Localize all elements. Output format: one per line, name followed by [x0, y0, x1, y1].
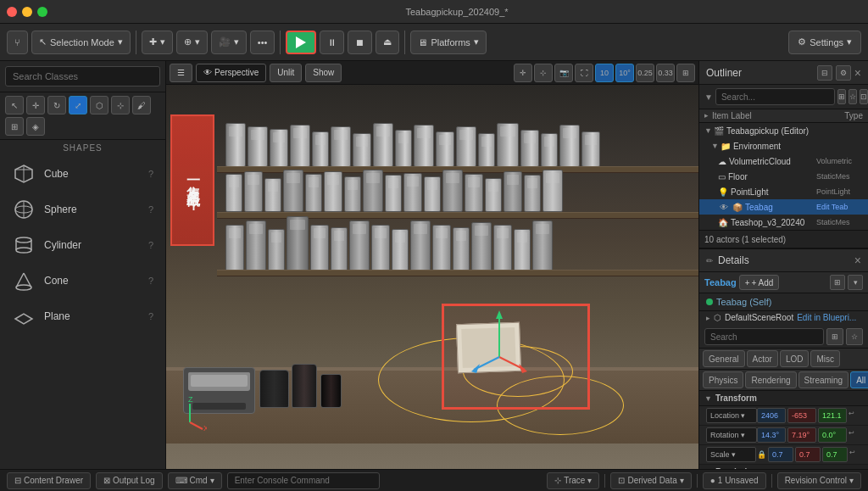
- tool-extra-btn[interactable]: ⊞: [5, 117, 24, 136]
- viewport-move-icon[interactable]: ✛: [514, 64, 532, 82]
- source-control-btn[interactable]: ⑂: [7, 31, 28, 54]
- viewport[interactable]: ☰ 👁 Perspective Unlit Show ✛ ⊹ 📷 ⛶ 10 10…: [166, 61, 698, 469]
- plane-info-icon[interactable]: ?: [148, 311, 153, 321]
- cube-info-icon[interactable]: ?: [148, 169, 153, 179]
- viewport-show-btn[interactable]: Show: [305, 64, 342, 82]
- tab-actor[interactable]: Actor: [747, 350, 778, 367]
- scale-dropdown[interactable]: Scale ▾: [706, 447, 756, 462]
- cinematics-btn[interactable]: 🎥 ▾: [211, 31, 247, 54]
- viewport-camera-icon[interactable]: 📷: [554, 64, 573, 82]
- tool-geo-btn[interactable]: ◈: [26, 117, 45, 136]
- cat-tab-all[interactable]: All: [850, 371, 868, 388]
- details-pin-btn[interactable]: ▾: [848, 275, 863, 290]
- tool-scale-btn[interactable]: ⤢: [69, 96, 87, 114]
- viewport-snap-icon[interactable]: ⊹: [534, 64, 553, 82]
- outliner-search-input[interactable]: [715, 88, 835, 105]
- close-window-btn[interactable]: [7, 7, 17, 17]
- output-log-btn[interactable]: ⊠ Output Log: [96, 472, 162, 489]
- tool-snap-btn[interactable]: ⊹: [111, 96, 130, 114]
- tab-lod[interactable]: LOD: [780, 350, 810, 367]
- outliner-item-teashop[interactable]: 🏠 Teashop_v3_20240 StaticMes: [699, 215, 868, 230]
- shape-item-cube[interactable]: Cube ?: [3, 157, 162, 191]
- trace-btn[interactable]: ⊹ Trace ▾: [547, 472, 599, 489]
- location-reset-icon[interactable]: ↩: [849, 410, 860, 421]
- viewport-more-btn[interactable]: ⊞: [676, 64, 695, 82]
- viewport-opacity-val[interactable]: 0.33: [656, 64, 675, 82]
- tool-select-btn[interactable]: ↖: [5, 96, 24, 114]
- minimize-window-btn[interactable]: [22, 7, 32, 17]
- add-actor-btn[interactable]: ✚ ▾: [142, 31, 173, 54]
- cone-info-icon[interactable]: ?: [148, 276, 153, 286]
- outliner-collapse-btn[interactable]: ⊡: [860, 89, 868, 104]
- tab-general[interactable]: General: [703, 350, 745, 367]
- location-dropdown[interactable]: Location ▾: [706, 408, 757, 423]
- unsaved-btn[interactable]: ● 1 Unsaved: [703, 472, 766, 489]
- location-x-input[interactable]: 2406: [757, 408, 786, 423]
- location-z-input[interactable]: 121.1: [818, 408, 847, 423]
- scale-reset-icon[interactable]: ↩: [849, 449, 861, 460]
- shape-item-cone[interactable]: Cone ?: [3, 264, 162, 298]
- cat-tab-streaming[interactable]: Streaming: [798, 371, 849, 388]
- console-input[interactable]: [227, 472, 380, 489]
- selection-mode-btn[interactable]: ↖ Selection Mode ▾: [31, 31, 131, 54]
- viewport-perspective-btn[interactable]: 👁 Perspective: [196, 64, 266, 82]
- viewport-rotate-snap-val[interactable]: 10°: [615, 64, 634, 82]
- scale-lock-icon[interactable]: 🔒: [756, 447, 766, 462]
- details-close-btn[interactable]: ×: [854, 254, 861, 267]
- play-button[interactable]: [286, 31, 316, 54]
- more-options-btn[interactable]: •••: [250, 31, 275, 54]
- rotation-x-input[interactable]: 14.3°: [757, 427, 786, 443]
- rotation-reset-icon[interactable]: ↩: [849, 429, 860, 441]
- settings-btn[interactable]: ⚙ Settings ▾: [788, 31, 861, 54]
- outliner-item-pointlight[interactable]: 💡 PointLight PointLight: [699, 184, 868, 199]
- platforms-btn[interactable]: 🖥 Platforms ▾: [410, 31, 486, 54]
- tab-misc[interactable]: Misc: [810, 350, 840, 367]
- sphere-info-icon[interactable]: ?: [148, 204, 153, 215]
- outliner-settings-btn[interactable]: ⚙: [836, 65, 851, 81]
- rotation-z-input[interactable]: 0.0°: [818, 427, 847, 443]
- viewport-hamburger-btn[interactable]: ☰: [170, 64, 192, 82]
- outliner-item-teabag[interactable]: 👁 📦 Teabag Edit Teab: [699, 199, 868, 215]
- viewport-scale-snap-val[interactable]: 0.25: [636, 64, 654, 82]
- scale-z-input[interactable]: 0.7: [822, 447, 848, 462]
- derived-data-btn[interactable]: ⊡ Derived Data ▾: [610, 472, 691, 489]
- scale-y-input[interactable]: 0.7: [795, 447, 821, 462]
- details-layout-btn[interactable]: ⊞: [830, 275, 845, 290]
- maximize-window-btn[interactable]: [37, 7, 47, 17]
- details-star-btn[interactable]: ☆: [846, 328, 863, 345]
- cat-tab-physics[interactable]: Physics: [703, 371, 743, 388]
- scale-x-input[interactable]: 0.7: [768, 447, 793, 462]
- details-search-input[interactable]: [704, 328, 824, 345]
- stop-btn[interactable]: ⏹: [348, 31, 372, 54]
- outliner-close-btn[interactable]: ×: [854, 66, 861, 80]
- cat-tab-rendering[interactable]: Rendering: [745, 371, 796, 388]
- cmd-btn[interactable]: ⌨ Cmd ▾: [168, 472, 222, 489]
- cylinder-info-icon[interactable]: ?: [148, 240, 153, 250]
- location-y-input[interactable]: -653: [787, 408, 816, 423]
- outliner-filter-btn[interactable]: ⊟: [817, 65, 832, 81]
- transform-mode-btn[interactable]: ⊕ ▾: [176, 31, 208, 54]
- transform-section-header[interactable]: ▼ Transform: [699, 391, 868, 406]
- viewport-unlit-btn[interactable]: Unlit: [270, 64, 302, 82]
- tool-rotate-btn[interactable]: ↻: [47, 96, 66, 114]
- revision-control-btn[interactable]: Revision Control ▾: [777, 472, 861, 489]
- shape-item-sphere[interactable]: Sphere ?: [3, 192, 162, 226]
- outliner-item-cloud[interactable]: ☁ VolumetricCloud Volumetric: [699, 153, 868, 169]
- content-drawer-btn[interactable]: ⊟ Content Drawer: [7, 472, 91, 489]
- outliner-search-settings[interactable]: ⊞: [837, 89, 846, 104]
- visibility-eye-icon[interactable]: 👁: [718, 201, 730, 213]
- outliner-item-root[interactable]: ▼ 🎬 Teabagpickup (Editor): [699, 123, 868, 138]
- eject-btn[interactable]: ⏏: [376, 31, 399, 54]
- rotation-y-input[interactable]: 7.19°: [787, 427, 816, 443]
- tool-transform-btn[interactable]: ⬡: [90, 96, 108, 114]
- outliner-item-floor[interactable]: ▭ Floor StaticMes: [699, 169, 868, 184]
- rotation-dropdown[interactable]: Rotation ▾: [706, 427, 757, 443]
- details-add-component-btn[interactable]: + + Add: [739, 275, 780, 290]
- tool-paint-btn[interactable]: 🖌: [132, 96, 151, 114]
- pause-btn[interactable]: ⏸: [320, 31, 344, 54]
- outliner-item-environment[interactable]: ▼ 📁 Environment: [699, 138, 868, 153]
- outliner-lock-btn[interactable]: ☆: [849, 89, 857, 104]
- details-grid-btn[interactable]: ⊞: [826, 328, 843, 345]
- edit-in-blueprint-link[interactable]: Edit in Bluepri...: [797, 313, 856, 322]
- viewport-maximize-icon[interactable]: ⛶: [575, 64, 593, 82]
